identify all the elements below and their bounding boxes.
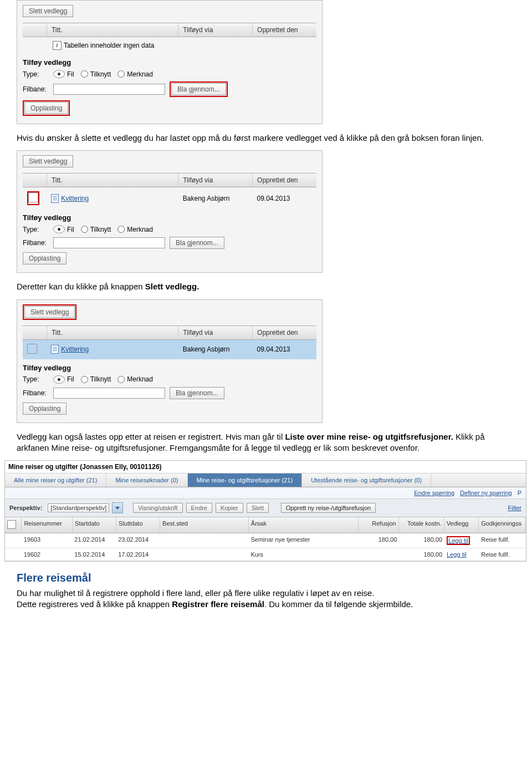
document-icon [51,345,59,354]
perspective-select[interactable]: [Standardperspektiv] [48,503,109,512]
cell-via: Bakeng Asbjørn [178,344,253,355]
col-date: Opprettet den [253,174,316,187]
delete-button[interactable]: Slett [247,503,269,513]
col-vedlegg: Vedlegg [444,517,479,533]
row-select-checkbox[interactable] [27,344,37,354]
add-attachment-heading: Tilføy vedlegg [23,213,316,222]
col-via: Tilføyd via [178,23,253,37]
file-path-input[interactable] [53,237,165,248]
upload-button[interactable]: Opplasting [23,252,66,264]
grid-data-row[interactable]: 19603 21.02.2014 23.02.2014 Seminar nye … [5,533,526,548]
col-godkjenning: Godkjenningss [479,517,526,533]
edit-button[interactable]: Endre [186,503,212,513]
instruction-2: Deretter kan du klikke på knappen Slett … [17,281,515,292]
file-path-input[interactable] [53,84,165,95]
instruction-4: Du har mulighet til å registrere opphold… [17,588,515,610]
filter-link[interactable]: Filter [508,505,521,511]
filbane-label: Filbane: [23,389,53,397]
radio-tilknytt[interactable]: Tilknytt [81,226,111,233]
attachment-panel-1: Slett vedlegg Titt. Tilføyd via Opprette… [17,0,323,124]
add-attachment-link[interactable]: Legg til [447,551,466,558]
col-title: Titt. [47,326,178,339]
browse-button[interactable]: Bla gjennom... [171,83,226,95]
tab-all[interactable]: Alle mine reiser og utgifter (21) [5,473,106,487]
col-title: Titt. [47,23,178,37]
col-totale: Totale kostn. [399,517,444,533]
grid-title: Mine reiser og utgifter (Jonassen Elly, … [5,461,526,473]
col-start: Startdato [73,517,116,533]
attachment-link[interactable]: Kvittering [61,195,89,202]
radio-fil[interactable]: Fil [53,70,74,78]
browse-button[interactable]: Bla gjennom... [170,237,224,249]
export-icon[interactable] [7,520,16,529]
delete-attachment-button[interactable]: Slett vedlegg [23,5,73,17]
attachment-table: Titt. Tilføyd via Opprettet den Kvitteri… [23,173,316,209]
attachment-link[interactable]: Kvittering [61,345,89,353]
attachment-panel-2: Slett vedlegg Titt. Tilføyd via Opprette… [17,150,323,273]
type-label: Type: [23,70,53,78]
radio-tilknytt[interactable]: Tilknytt [81,375,111,383]
col-date: Opprettet den [253,23,316,37]
col-refusjon: Refusjon [359,517,398,533]
col-best: Best.sted [160,517,249,533]
col-arsak: Årsak [249,517,359,533]
p-link[interactable]: P [518,490,521,496]
add-attachment-link[interactable]: Legg til [448,537,468,544]
cell-date: 09.04.2013 [252,193,316,204]
col-date: Opprettet den [253,326,316,339]
copy-button[interactable]: Kopier [216,503,243,513]
radio-merknad[interactable]: Merknad [117,70,153,78]
col-via: Tilføyd via [178,326,253,339]
add-attachment-heading: Tilføy vedlegg [23,364,316,372]
dropdown-arrow-icon[interactable] [112,502,123,513]
edit-query-link[interactable]: Endre spørring [414,490,454,496]
filbane-label: Filbane: [23,85,53,93]
filbane-label: Filbane: [23,239,53,247]
delete-attachment-button[interactable]: Slett vedlegg [23,155,73,167]
attachment-panel-3: Slett vedlegg Titt. Tilføyd via Opprette… [17,299,323,423]
col-slutt: Sluttdato [116,517,160,533]
delete-attachment-button[interactable]: Slett vedlegg [24,306,75,318]
instruction-1: Hvis du ønsker å slette et vedlegg du ha… [17,133,515,144]
add-attachment-heading: Tilføy vedlegg [23,58,316,67]
radio-merknad[interactable]: Merknad [117,226,153,233]
document-icon [51,194,59,203]
section-heading: Flere reisemål [17,572,515,584]
grid-data-row[interactable]: 19602 15.02.2014 17.02.2014 Kurs 180,00 … [5,548,526,561]
attachment-table: Titt. Tilføyd via Opprettet den Kvitteri… [23,325,316,359]
browse-button[interactable]: Bla gjennom... [170,387,224,399]
grid-tabs: Alle mine reiser og utgifter (21) Mine r… [5,473,526,487]
upload-button[interactable]: Opplasting [23,403,66,415]
type-label: Type: [23,375,53,383]
radio-fil[interactable]: Fil [53,375,74,384]
empty-message: Tabellen inneholder ingen data [64,42,154,49]
new-query-link[interactable]: Definer ny spørring [460,490,512,496]
upload-button[interactable]: Opplasting [24,102,68,114]
tab-outstanding[interactable]: Utestående reise- og utgiftsrefusjoner (… [302,473,431,487]
perspective-label: Perspektiv: [9,505,42,511]
col-via: Tilføyd via [178,174,253,187]
create-refund-button[interactable]: Opprett ny reise-/utgiftsrefusjon [281,503,376,513]
col-title: Titt. [47,174,178,187]
tab-refunds[interactable]: Mine reise- og utgiftsrefusjoner (21) [188,473,303,487]
row-select-checkbox[interactable] [28,192,38,202]
attachment-table: Titt. Tilføyd via Opprettet den i Tabell… [23,23,316,54]
tab-applications[interactable]: Mine reisesøknader (0) [106,473,187,487]
radio-tilknytt[interactable]: Tilknytt [81,70,111,78]
col-reisenummer: Reisenummer [22,517,73,533]
instruction-3: Vedlegg kan også lastes opp etter at rei… [17,431,515,454]
file-path-input[interactable] [53,388,165,399]
radio-fil[interactable]: Fil [53,225,74,233]
info-icon: i [53,41,62,50]
cell-via: Bakeng Asbjørn [178,193,253,204]
cell-date: 09.04.2013 [252,344,316,355]
trips-grid: Mine reiser og utgifter (Jonassen Elly, … [4,460,526,562]
type-label: Type: [23,226,53,233]
print-button[interactable]: Visning/utskrift [133,503,182,513]
radio-merknad[interactable]: Merknad [117,375,153,383]
